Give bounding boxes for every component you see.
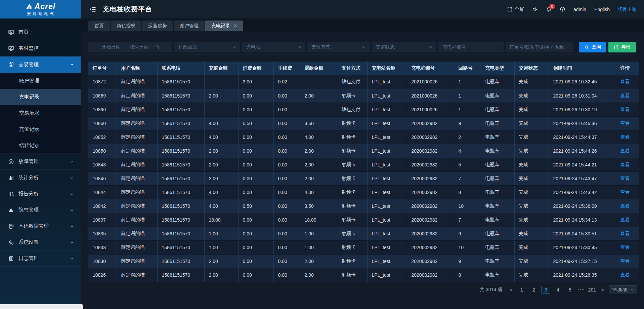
sidebar-item-0[interactable]: 首页 [0, 24, 81, 40]
date-range-picker[interactable]: 开始日期 ~ 结束日期 [88, 42, 172, 52]
sidebar-subitem-2-2[interactable]: 交易流水 [0, 105, 81, 121]
sidebar-item-label: 统计分析 [18, 175, 70, 181]
table-cell: 射频卡 [337, 240, 367, 254]
view-detail-link[interactable]: 查看 [620, 272, 630, 277]
view-detail-link[interactable]: 查看 [620, 79, 630, 84]
pagination-page-201[interactable]: 201 [588, 286, 597, 294]
view-detail-link[interactable]: 查看 [620, 107, 630, 112]
tab-0[interactable]: 首页 [88, 21, 110, 31]
view-detail-link[interactable]: 查看 [620, 203, 630, 208]
table-cell: LPL_test [367, 75, 407, 89]
table-cell: 1.00 [204, 240, 238, 254]
view-detail-link[interactable]: 查看 [620, 217, 630, 222]
pagination-ellipsis[interactable]: ••• [578, 287, 585, 292]
tab-label: 运营趋势 [148, 21, 167, 31]
pagination-prev-button[interactable]: < [508, 287, 514, 293]
sidebar-item-3[interactable]: 故障管理 [0, 154, 81, 170]
sidebar-item-5[interactable]: 报告分析 [0, 186, 81, 202]
keyword-input[interactable] [510, 44, 569, 50]
filter-select-2[interactable]: 支付方式 [307, 42, 370, 52]
sidebar-item-2[interactable]: 交易管理 [0, 56, 81, 73]
pile-no-input[interactable] [442, 44, 500, 50]
sidebar: Acrel 安科瑞电气 首页实时监控交易管理账户管理充电记录交易流水充值记录结转… [0, 0, 81, 309]
close-icon[interactable]: ✕ [233, 24, 237, 28]
view-detail-link[interactable]: 查看 [620, 258, 630, 264]
pagination-next-button[interactable]: > [600, 287, 606, 293]
filter-select-0[interactable]: 行政区划 [174, 42, 240, 52]
mute-button[interactable] [532, 6, 538, 12]
keyword-field[interactable] [506, 42, 573, 52]
table-cell: 薛定谔的喵 [117, 185, 157, 199]
table-cell: 2020002982 [407, 268, 454, 282]
tab-2[interactable]: 运营趋势 [142, 21, 173, 31]
table-cell: 4.00 [204, 199, 238, 213]
tab-3[interactable]: 账户管理 [174, 21, 205, 31]
sidebar-item-4[interactable]: 统计分析 [0, 170, 81, 186]
sidebar-subitem-2-0[interactable]: 账户管理 [0, 73, 81, 89]
export-button[interactable]: 导出 [608, 42, 636, 52]
collapse-menu-icon[interactable] [89, 6, 96, 13]
sidebar-item-9[interactable]: 日志管理 [0, 250, 81, 267]
view-detail-link[interactable]: 查看 [620, 162, 630, 167]
table-cell [204, 75, 238, 89]
notifications-button[interactable]: 0 [546, 6, 552, 12]
view-detail-link[interactable]: 查看 [620, 189, 630, 195]
language-toggle[interactable]: English [594, 7, 610, 12]
table-cell: 2021-09-24 15:34:13 [549, 213, 616, 227]
help-button[interactable] [560, 6, 565, 12]
sidebar-item-7[interactable]: 基础数据管理 [0, 218, 81, 234]
view-detail-link[interactable]: 查看 [620, 134, 630, 140]
pagination-page-4[interactable]: 4 [554, 286, 562, 294]
fullscreen-button[interactable]: 全屏 [507, 6, 524, 12]
chevron-down-icon [362, 45, 366, 49]
table-cell: 1.00 [300, 227, 337, 240]
sidebar-item-8[interactable]: 系统设置 [0, 234, 81, 250]
table-cell: 8 [454, 185, 481, 199]
table-cell: 薛定谔的喵 [117, 158, 157, 171]
table-cell: 0.00 [238, 130, 273, 144]
sidebar-item-6[interactable]: 隐患管理 [0, 202, 81, 218]
table-cell: 5 [454, 158, 481, 171]
table-cell: 电瓶车 [481, 144, 514, 158]
table-cell: 2.00 [204, 254, 238, 268]
pile-no-field[interactable] [438, 42, 504, 52]
view-detail-link[interactable]: 查看 [620, 120, 630, 126]
home-icon [8, 29, 14, 35]
username[interactable]: admin [573, 7, 586, 12]
table-row: 10844薛定谔的喵158611515704.000.000.004.00射频卡… [88, 185, 639, 199]
view-detail-link[interactable]: 查看 [620, 176, 630, 181]
view-detail-link[interactable]: 查看 [620, 244, 630, 250]
filter-select-3[interactable]: 交易状态 [372, 42, 436, 52]
view-detail-link[interactable]: 查看 [620, 148, 630, 153]
table-cell: 完成 [514, 268, 549, 282]
table-cell: 0.00 [273, 89, 300, 103]
pagination-page-3[interactable]: 3 [542, 286, 550, 294]
column-header: 支付方式 [337, 62, 367, 75]
pagination-page-5[interactable]: 5 [566, 286, 574, 294]
search-button[interactable]: 查询 [579, 42, 606, 52]
table-cell: 7 [454, 213, 481, 227]
table-row: 10850薛定谔的喵158611515702.000.000.002.00射频卡… [88, 144, 639, 158]
sidebar-subitem-2-4[interactable]: 结转记录 [0, 137, 81, 153]
column-header: 回路号 [454, 62, 481, 75]
pagination-page-2[interactable]: 2 [529, 286, 538, 294]
tab-1[interactable]: 角色授权 [111, 21, 141, 31]
table-cell: 0.00 [238, 185, 273, 199]
column-header: 订单号 [88, 62, 117, 75]
sidebar-subitem-2-1[interactable]: 充电记录 [0, 89, 81, 105]
page-size-select[interactable]: 15 条/页 [609, 285, 637, 294]
filter-select-1[interactable]: 充电站 [242, 42, 305, 52]
table-cell: 0.00 [273, 158, 300, 171]
sidebar-subitem-2-3[interactable]: 充值记录 [0, 121, 81, 137]
table-cell: 电瓶车 [481, 171, 514, 185]
table-cell: 2.00 [204, 144, 238, 158]
table-cell: 电瓶车 [481, 199, 514, 213]
table-row: 10837薛定谔的喵1586115157018.000.000.0018.00射… [88, 213, 639, 227]
tab-4[interactable]: 充电记录✕ [205, 21, 243, 31]
view-detail-link[interactable]: 查看 [620, 231, 630, 236]
table-cell: 1.00 [204, 227, 238, 240]
view-detail-link[interactable]: 查看 [620, 93, 630, 98]
pagination-page-1[interactable]: 1 [517, 286, 526, 294]
sidebar-item-1[interactable]: 实时监控 [0, 40, 81, 56]
theme-toggle-link[interactable]: 切换主题 [618, 6, 637, 12]
